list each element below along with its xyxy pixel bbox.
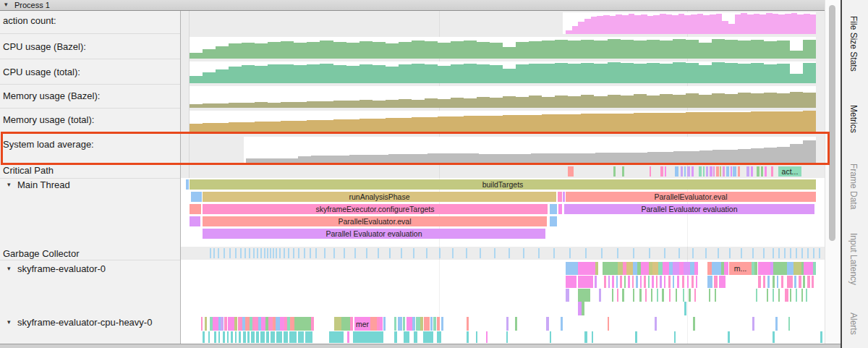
- evaluator-0-slice[interactable]: [785, 289, 788, 302]
- gc-tick[interactable]: [585, 248, 587, 258]
- cpu-heavy-slice[interactable]: [276, 331, 282, 343]
- evaluator-0-slice[interactable]: m...: [729, 262, 752, 275]
- cpu-heavy-slice[interactable]: [298, 331, 304, 343]
- evaluator-0-slice[interactable]: [566, 289, 569, 302]
- gc-tick[interactable]: [273, 248, 274, 258]
- evaluator-0-slice[interactable]: [696, 276, 697, 288]
- cpu-heavy-slice[interactable]: [266, 331, 269, 343]
- critical-path-slice[interactable]: [726, 166, 729, 177]
- tab-metrics[interactable]: Metrics: [848, 105, 859, 133]
- cpu-heavy-slice[interactable]: [284, 331, 288, 343]
- gc-tick[interactable]: [240, 248, 242, 258]
- evaluator-0-slice[interactable]: [578, 262, 595, 275]
- counter-chart-cpu_total[interactable]: [190, 61, 816, 83]
- gc-tick[interactable]: [293, 248, 294, 258]
- gc-tick[interactable]: [210, 248, 211, 258]
- evaluator-0-slice[interactable]: [660, 276, 662, 288]
- evaluator-0-slice[interactable]: [787, 276, 793, 288]
- cpu-heavy-slice[interactable]: [424, 317, 430, 331]
- evaluator-0-slice[interactable]: [684, 262, 690, 275]
- cpu-heavy-slice[interactable]: [218, 331, 220, 343]
- gc-tick[interactable]: [729, 248, 731, 258]
- evaluator-0-slice[interactable]: [656, 276, 658, 288]
- cpu-heavy-slice[interactable]: [608, 317, 609, 331]
- cpu-heavy-slice[interactable]: [213, 317, 218, 331]
- gc-tick[interactable]: [807, 248, 809, 258]
- cpu-heavy-slice[interactable]: [311, 317, 314, 331]
- cpu-heavy-slice[interactable]: [433, 317, 436, 331]
- cpu-heavy-slice[interactable]: [403, 317, 405, 331]
- critical-path-slice[interactable]: [687, 166, 690, 177]
- evaluator-0-slice[interactable]: [719, 276, 726, 288]
- gc-tick[interactable]: [378, 248, 379, 258]
- evaluator-0-slice[interactable]: [644, 276, 646, 288]
- gc-tick[interactable]: [260, 248, 262, 258]
- cpu-heavy-slice[interactable]: [773, 331, 775, 343]
- cpu-heavy-slice[interactable]: [341, 317, 350, 331]
- evaluator-0-slice[interactable]: [595, 276, 597, 288]
- critical-path-slice[interactable]: [765, 166, 767, 177]
- tab-frame-data[interactable]: Frame Data: [848, 164, 859, 209]
- counter-chart-action[interactable]: [563, 12, 816, 34]
- evaluator-0-slice[interactable]: [801, 289, 803, 302]
- cpu-heavy-slice[interactable]: [441, 317, 443, 331]
- evaluator-0-slice[interactable]: [803, 276, 805, 288]
- gc-tick[interactable]: [796, 248, 797, 258]
- evaluator-0-slice[interactable]: [694, 262, 698, 275]
- evaluator-0-slice[interactable]: [648, 276, 650, 288]
- gc-tick[interactable]: [778, 248, 780, 258]
- cpu-heavy-slice[interactable]: [256, 331, 259, 343]
- cpu-heavy-slice[interactable]: [546, 317, 549, 331]
- cpu-heavy-slice[interactable]: [775, 317, 778, 331]
- evaluator-0-slice[interactable]: [778, 289, 780, 302]
- gc-tick[interactable]: [784, 248, 786, 258]
- evaluator-0-slice[interactable]: [652, 262, 658, 275]
- cpu-heavy-slice[interactable]: [752, 317, 754, 331]
- cpu-heavy-slice[interactable]: [674, 331, 676, 343]
- gc-tick[interactable]: [813, 248, 814, 258]
- evaluator-0-slice[interactable]: [612, 276, 614, 288]
- cpu-heavy-slice[interactable]: [437, 331, 441, 343]
- critical-path-slice[interactable]: [613, 166, 616, 177]
- cpu-heavy-slice[interactable]: [506, 317, 509, 331]
- critical-path-slice[interactable]: [706, 166, 708, 177]
- gc-tick[interactable]: [752, 248, 754, 258]
- evaluator-0-slice[interactable]: [578, 276, 593, 288]
- evaluator-0-slice[interactable]: [712, 262, 721, 275]
- evaluator-0-slice[interactable]: [804, 262, 813, 275]
- critical-path-slice[interactable]: act...: [778, 166, 801, 177]
- evaluator-0-slice[interactable]: [669, 289, 671, 302]
- evaluator-0-slice[interactable]: [709, 289, 710, 302]
- cpu-heavy-slice[interactable]: [224, 317, 227, 331]
- critical-path-slice[interactable]: [761, 166, 763, 177]
- collapse-icon-cpu-heavy[interactable]: ▾: [7, 318, 11, 326]
- critical-path-slice[interactable]: [681, 166, 683, 177]
- gc-tick[interactable]: [218, 248, 219, 258]
- main-thread-slice[interactable]: [191, 192, 202, 202]
- process-header[interactable]: ▾ Process 1: [0, 0, 825, 11]
- evaluator-0-slice[interactable]: [781, 276, 783, 288]
- evaluator-0-slice[interactable]: [603, 262, 618, 275]
- main-thread-slice[interactable]: runAnalysisPhase: [203, 192, 556, 202]
- gc-tick[interactable]: [213, 248, 215, 258]
- tab-file-size-stats[interactable]: File Size Stats: [848, 16, 859, 72]
- cpu-heavy-slice[interactable]: [430, 317, 433, 331]
- evaluator-0-slice[interactable]: [683, 289, 684, 302]
- evaluator-0-slice[interactable]: [677, 276, 679, 288]
- evaluator-0-slice[interactable]: [767, 276, 770, 288]
- gc-tick[interactable]: [413, 248, 414, 258]
- gc-tick[interactable]: [773, 248, 774, 258]
- main-thread-slice[interactable]: [190, 216, 200, 226]
- evaluator-0-slice[interactable]: [612, 289, 613, 302]
- evaluator-0-slice[interactable]: [756, 289, 757, 302]
- evaluator-0-slice[interactable]: [767, 289, 768, 302]
- evaluator-0-slice[interactable]: [624, 276, 626, 288]
- evaluator-0-slice[interactable]: [657, 289, 658, 302]
- evaluator-0-slice[interactable]: [668, 276, 671, 288]
- cpu-heavy-slice[interactable]: [329, 331, 344, 343]
- evaluator-0-slice[interactable]: [618, 262, 623, 275]
- cpu-heavy-slice[interactable]: [437, 317, 440, 331]
- gc-tick[interactable]: [344, 248, 345, 258]
- cpu-heavy-slice[interactable]: [243, 331, 246, 343]
- evaluator-0-slice[interactable]: [566, 276, 576, 288]
